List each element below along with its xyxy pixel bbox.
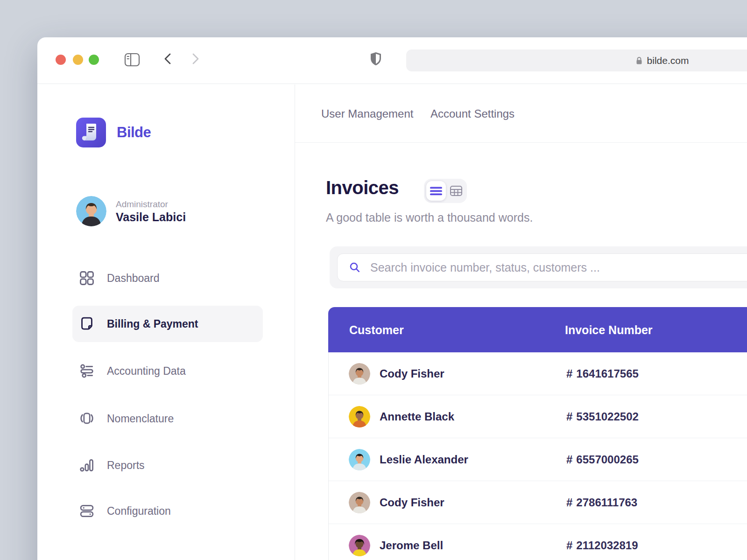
customer-name: Cody Fisher (380, 367, 444, 380)
brand-name: Bilde (117, 124, 151, 141)
hash-symbol: # (566, 453, 572, 466)
desktop-background: bilde.com Bilde (0, 0, 747, 560)
browser-sidebar-toggle-icon[interactable] (124, 52, 140, 68)
table-row[interactable]: Annette Black #5351022502 (329, 395, 747, 438)
sidebar-item-label: Accounting Data (107, 365, 186, 378)
view-toggle (424, 179, 467, 203)
table-header: Customer Invoice Number (328, 307, 747, 352)
hash-symbol: # (566, 410, 572, 423)
invoice-number-value: 2786111763 (576, 496, 637, 509)
window-zoom-button[interactable] (89, 55, 99, 65)
url-text: bilde.com (647, 55, 689, 66)
header-divider (295, 142, 747, 143)
list-view-icon (430, 187, 442, 196)
customer-name: Jerome Bell (380, 539, 443, 552)
sidebar-item-label: Dashboard (107, 272, 160, 285)
customer-avatar (349, 492, 370, 513)
customer-name: Annette Black (380, 410, 454, 423)
customer-avatar (349, 535, 370, 556)
tab-user-management[interactable]: User Management (321, 107, 413, 120)
forward-button-icon[interactable] (188, 51, 203, 66)
hash-symbol: # (566, 496, 572, 509)
user-name: Vasile Labici (116, 210, 186, 224)
sidebar-item-label: Reports (107, 459, 145, 472)
lock-icon (635, 56, 643, 65)
sidebar-item-label: Configuration (107, 505, 171, 518)
dashboard-grid-icon (79, 271, 94, 286)
column-header-invoice-number: Invoice Number (565, 323, 653, 336)
user-role: Administrator (116, 199, 168, 210)
search-container (330, 246, 747, 288)
sidebar-item-label: Billing & Payment (107, 318, 198, 330)
customer-name: Leslie Alexander (380, 453, 468, 466)
hash-symbol: # (566, 367, 572, 380)
sidebar-item-label: Nomenclature (107, 413, 174, 425)
page-subtitle: A good table is worth a thousand words. (326, 211, 533, 224)
invoice-number-value: 6557000265 (576, 453, 638, 466)
table-row[interactable]: Cody Fisher #2786111763 (329, 481, 747, 524)
sidebar-item-accounting-data[interactable]: Accounting Data (72, 353, 263, 389)
column-header-customer: Customer (349, 323, 404, 336)
configuration-stack-icon (79, 504, 94, 518)
table-view-button[interactable] (446, 181, 466, 201)
window-close-button[interactable] (56, 55, 66, 65)
invoice-number: #2112032819 (566, 539, 638, 552)
sidebar-item-reports[interactable]: Reports (72, 447, 263, 483)
privacy-shield-icon[interactable] (369, 50, 383, 67)
back-button-icon[interactable] (161, 51, 176, 66)
sidebar-item-configuration[interactable]: Configuration (72, 493, 263, 529)
table-row[interactable]: Jerome Bell #2112032819 (329, 524, 747, 560)
tab-account-settings[interactable]: Account Settings (430, 107, 514, 120)
nomenclature-box-icon (79, 411, 94, 426)
customer-avatar (349, 449, 370, 470)
table-row[interactable]: Leslie Alexander #6557000265 (329, 438, 747, 481)
invoice-number-value: 2112032819 (576, 539, 638, 552)
table-body: Cody Fisher #1641617565 A (328, 352, 747, 560)
sidebar-item-nomenclature[interactable]: Nomenclature (72, 400, 263, 437)
user-avatar (76, 196, 106, 226)
customer-name: Cody Fisher (380, 496, 444, 509)
invoice-number: #5351022502 (566, 410, 639, 423)
list-view-button[interactable] (426, 181, 446, 201)
window-minimize-button[interactable] (73, 55, 83, 65)
search-field (337, 253, 747, 281)
accounting-flow-icon (79, 364, 94, 378)
invoices-table: Customer Invoice Number (328, 307, 747, 560)
invoice-number: #2786111763 (566, 496, 637, 509)
table-row[interactable]: Cody Fisher #1641617565 (329, 352, 747, 395)
invoice-number: #1641617565 (566, 367, 639, 380)
sidebar-divider (295, 84, 295, 560)
search-input[interactable] (370, 261, 747, 274)
page-title: Invoices (326, 177, 399, 198)
invoice-number-value: 1641617565 (576, 367, 638, 380)
billing-file-icon (79, 316, 94, 331)
browser-window: bilde.com Bilde (37, 37, 747, 560)
hash-symbol: # (566, 539, 572, 552)
invoice-number-value: 5351022502 (576, 410, 638, 423)
customer-avatar (349, 406, 370, 427)
customer-avatar (349, 363, 370, 385)
invoice-number: #6557000265 (566, 453, 639, 466)
sidebar-item-billing-payment[interactable]: Billing & Payment (72, 306, 263, 342)
table-view-icon (450, 186, 462, 196)
reports-chart-icon (79, 458, 94, 473)
sidebar-item-dashboard[interactable]: Dashboard (72, 260, 263, 296)
address-bar[interactable]: bilde.com (406, 49, 747, 71)
browser-toolbar: bilde.com (37, 37, 747, 84)
app-logo-icon (76, 118, 106, 147)
search-icon (349, 261, 361, 273)
